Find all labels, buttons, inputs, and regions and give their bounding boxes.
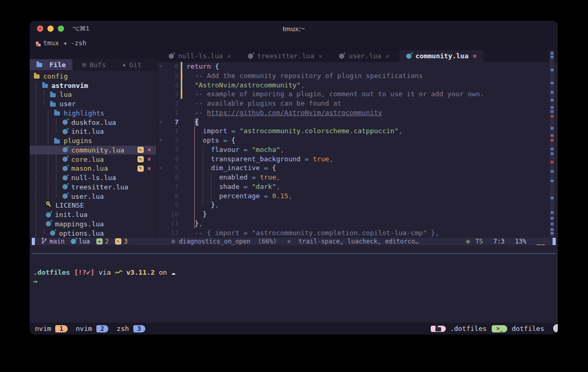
fold-arrow-icon[interactable]: ∨ — [157, 163, 165, 173]
tree-item-mappings-lua[interactable]: │ mappings.lua — [30, 220, 156, 229]
folder-icon — [54, 111, 60, 116]
code-line[interactable]: ∨5 dim_inactive = { — [157, 163, 558, 173]
tree-item-astronvim[interactable]: │ astronvim — [30, 81, 156, 90]
shell-pane[interactable]: .dotfiles [!?✔] via v3.11.2 on ☁ → — [30, 254, 558, 323]
tmux-window-3[interactable]: zsh3 — [117, 325, 145, 332]
sidebar-tab-label: Bufs — [90, 61, 106, 69]
code-text: flavour = "mocha", — [182, 145, 284, 155]
buffer-tab-label: treesitter.lua — [257, 52, 315, 60]
tree-item-LICENSE[interactable]: │ LICENSE — [30, 201, 156, 210]
tree-item-label: user.lua — [71, 193, 104, 200]
code-text: percentage = 0.15, — [182, 191, 293, 201]
tree-item-init-lua[interactable]: │ │ └ init.lua — [30, 127, 156, 136]
code-token: , — [215, 201, 219, 209]
code-token: , — [276, 183, 280, 190]
tree-item-lua[interactable]: │ └ lua — [30, 90, 156, 99]
fold-arrow-icon[interactable]: ∨ — [157, 136, 165, 145]
buffer-tab-community-lua[interactable]: community.lua× — [399, 50, 484, 62]
tree-item-label: community.lua — [71, 146, 124, 154]
close-icon[interactable]: × — [227, 52, 231, 60]
close-icon[interactable]: × — [319, 52, 323, 60]
python-icon — [115, 268, 122, 276]
terminal-window: ⌥⌘1 tmux:~ tmux ◂ -zsh File▤Bufs◆Git con… — [30, 21, 558, 335]
code-text: transparent_background = true, — [182, 155, 333, 164]
tree-item-user-lua[interactable]: │ │ └ user.lua — [30, 191, 156, 201]
git-added-count: 2 — [105, 238, 109, 245]
code-line[interactable]: 1 import = "astrocommunity.colorscheme.c… — [157, 126, 558, 136]
code-line[interactable]: 5 -- Add the community repository of plu… — [157, 71, 558, 81]
lua-icon — [406, 54, 411, 59]
code-line[interactable]: 3 flavour = "mocha", — [157, 145, 558, 155]
tree-item-config[interactable]: config — [30, 72, 156, 81]
tree-item-treesitter-lua[interactable]: │ │ │ treesitter.lua — [30, 183, 156, 192]
code-line[interactable]: ∨6return { — [157, 62, 558, 71]
tree-item-core-lua[interactable]: │ │ │ core.lua✎× — [30, 155, 156, 164]
code-line[interactable]: ∨7 { — [157, 118, 558, 127]
code-token: https://github.com/AstroNvim/astrocommun… — [207, 109, 382, 117]
code-line[interactable]: 4 transparent_background = true, — [157, 155, 558, 164]
code-line[interactable]: 2 -- available plugins can be found at — [157, 99, 558, 108]
tree-item-badges: ✎× — [137, 156, 151, 163]
fold-arrow-icon[interactable]: ∨ — [157, 62, 165, 71]
code-line[interactable]: 6 enabled = true, — [157, 173, 558, 182]
code-token: 0.15 — [272, 192, 288, 200]
buffer-tab-null-ls-lua[interactable]: null-ls.lua× — [162, 50, 238, 62]
code-line[interactable]: 12 -- { import = "astrocommunity.complet… — [157, 228, 558, 238]
modified-badge-icon: ✎ — [137, 147, 144, 153]
tree-item-duskfox-lua[interactable]: │ │ │ duskfox.lua — [30, 118, 156, 127]
buffers-icon: ▤ — [82, 61, 86, 68]
tree-item-plugins[interactable]: │ │ plugins — [30, 136, 156, 146]
code-line[interactable]: 3 -- example of imporing a plugin, comme… — [157, 89, 558, 99]
lua-icon — [339, 54, 344, 59]
code-token: , — [289, 192, 293, 200]
code-line[interactable]: 7 shade = "dark", — [157, 182, 558, 191]
tree-indent-guides: │ └ — [34, 91, 50, 98]
tree-item-badges: ✎× — [137, 146, 151, 153]
editor-scrollbar[interactable] — [549, 50, 554, 238]
tree-item-community-lua[interactable]: │ │ │ community.lua✎× — [30, 146, 156, 155]
tree-indent-guides: │ — [34, 201, 46, 209]
code-token — [309, 155, 313, 163]
tree-item-user[interactable]: │ └ user — [30, 99, 156, 109]
tree-item-options-lua[interactable]: │ └ options.lua — [30, 228, 156, 238]
scrollbar-mark — [551, 99, 554, 101]
code-line[interactable]: 4 "AstroNvim/astrocommunity", — [157, 81, 558, 90]
shell-input-arrow[interactable]: → — [33, 277, 558, 287]
code-line[interactable]: 8 percentage = 0.15, — [157, 191, 558, 201]
code-token: { — [215, 62, 219, 70]
code-token: transparent_background — [211, 155, 301, 163]
code-token: "mocha" — [252, 146, 280, 153]
sidebar-tab-file[interactable]: File — [30, 59, 72, 70]
line-number: 9 — [165, 200, 179, 210]
lua-icon — [46, 221, 51, 226]
tree-item-init-lua[interactable]: │ init.lua — [30, 210, 156, 220]
code-token — [186, 155, 211, 163]
code-text: }, — [182, 200, 219, 210]
code-area[interactable]: ∨6return {5 -- Add the community reposit… — [157, 62, 558, 238]
code-line[interactable]: ∨2 opts = { — [157, 136, 558, 145]
buffer-tab-treesitter-lua[interactable]: treesitter.lua× — [241, 50, 329, 62]
buffer-tab-user-lua[interactable]: user.lua× — [332, 50, 396, 62]
tree-item-null-ls-lua[interactable]: │ │ │ null-ls.lua — [30, 173, 156, 183]
close-icon[interactable]: × — [473, 52, 477, 60]
close-icon[interactable]: × — [385, 52, 390, 60]
tmux-window-1[interactable]: nvim1 — [35, 325, 68, 332]
code-line[interactable]: 10 } — [157, 210, 558, 219]
sidebar-tab-git[interactable]: ◆Git — [116, 59, 148, 70]
code-token: = — [231, 127, 235, 135]
tmux-window-2[interactable]: nvim2 — [76, 325, 109, 332]
tree-item-highlights[interactable]: │ │ highlights — [30, 109, 156, 118]
line-number: 11 — [165, 219, 179, 228]
tree-indent-guides: │ │ │ — [34, 174, 62, 182]
code-line[interactable]: 9 }, — [157, 200, 558, 210]
code-token — [301, 155, 305, 163]
tree-item-mason-lua[interactable]: │ │ │ mason.lua✎× — [30, 164, 156, 173]
tree-indent-guides: │ │ │ — [34, 146, 62, 154]
code-token — [240, 146, 244, 153]
terminal-tab-label[interactable]: tmux ◂ -zsh — [43, 39, 86, 47]
code-line[interactable]: 11 }, — [157, 219, 558, 228]
lua-icon — [62, 184, 68, 189]
code-line[interactable]: 1 -- https://github.com/AstroNvim/astroc… — [157, 108, 558, 118]
sidebar-tab-bufs[interactable]: ▤Bufs — [76, 59, 112, 70]
fold-arrow-icon[interactable]: ∨ — [157, 118, 165, 127]
